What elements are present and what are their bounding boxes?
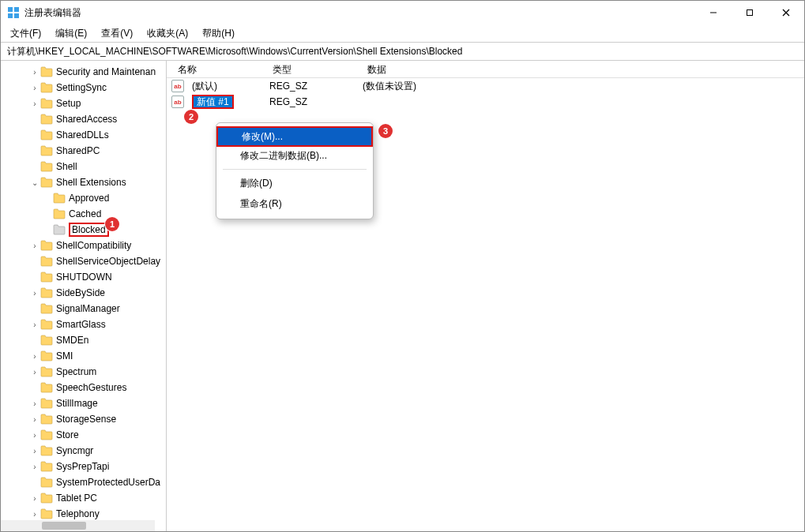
chevron-right-icon: · <box>29 384 40 392</box>
menu-view[interactable]: 查看(V) <box>96 25 137 42</box>
chevron-right-icon: · <box>29 131 40 140</box>
context-menu-delete[interactable]: 删除(D) <box>216 173 373 193</box>
value-row-newvalue[interactable]: ab 新值 #1 REG_SZ <box>167 94 804 110</box>
chevron-right-icon: · <box>29 273 40 282</box>
window-title: 注册表编辑器 <box>24 6 695 20</box>
chevron-right-icon[interactable]: › <box>29 463 40 471</box>
tree-item-sharedpc[interactable]: ·SharedPC <box>1 143 166 159</box>
chevron-down-icon[interactable]: ⌄ <box>29 178 40 187</box>
value-name: (默认) <box>189 80 261 93</box>
close-button[interactable] <box>768 1 804 24</box>
svg-rect-0 <box>8 7 13 12</box>
list-header: 名称 类型 数据 <box>167 61 804 78</box>
chevron-right-icon[interactable]: › <box>29 84 40 92</box>
annotation-marker-1: 1 <box>105 217 119 231</box>
menu-edit[interactable]: 编辑(E) <box>51 25 92 42</box>
chevron-right-icon[interactable]: › <box>29 494 40 503</box>
tree-item-label: Cached <box>69 208 101 219</box>
registry-tree[interactable]: ›Security and Maintenan›SettingSync›Setu… <box>1 61 166 522</box>
tree-item-blocked[interactable]: ·Blocked <box>1 222 166 238</box>
tree-item-signalmanager[interactable]: ·SignalManager <box>1 301 166 317</box>
tree-item-sharedaccess[interactable]: ·SharedAccess <box>1 111 166 127</box>
annotation-marker-2: 2 <box>184 110 198 124</box>
tree-item-store[interactable]: ›Store <box>1 427 166 443</box>
menu-file[interactable]: 文件(F) <box>6 25 46 42</box>
tree-item-syspreptapi[interactable]: ›SysPrepTapi <box>1 459 166 474</box>
tree-item-label: SettingSync <box>56 82 107 93</box>
minimize-button[interactable] <box>695 1 732 24</box>
chevron-right-icon[interactable]: › <box>29 415 40 424</box>
folder-icon <box>40 98 53 109</box>
tree-item-shell-extensions[interactable]: ⌄Shell Extensions <box>1 174 166 190</box>
tree-item-label: StorageSense <box>56 414 116 425</box>
chevron-right-icon[interactable]: › <box>29 447 40 455</box>
tree-item-syncmgr[interactable]: ›Syncmgr <box>1 443 166 459</box>
tree-item-label: Shell Extensions <box>56 177 126 188</box>
tree-item-label: SharedDLLs <box>56 129 109 140</box>
tree-item-stillimage[interactable]: ›StillImage <box>1 395 166 411</box>
chevron-right-icon[interactable]: › <box>29 320 40 329</box>
chevron-right-icon[interactable]: › <box>29 399 40 408</box>
chevron-right-icon: · <box>29 478 40 487</box>
column-name[interactable]: 名称 <box>167 61 261 77</box>
context-menu-rename[interactable]: 重命名(R) <box>216 193 373 214</box>
chevron-right-icon[interactable]: › <box>29 68 40 77</box>
tree-item-storagesense[interactable]: ›StorageSense <box>1 411 166 427</box>
tree-item-setup[interactable]: ›Setup <box>1 96 166 111</box>
column-type[interactable]: 类型 <box>261 61 356 77</box>
tree-item-tablet-pc[interactable]: ›Tablet PC <box>1 490 166 506</box>
folder-icon <box>53 208 66 219</box>
tree-item-shellcompatibility[interactable]: ›ShellCompatibility <box>1 238 166 253</box>
folder-icon <box>40 272 53 283</box>
tree-item-label: ShellCompatibility <box>56 240 131 251</box>
context-menu-modify[interactable]: 修改(M)... <box>216 126 373 147</box>
tree-item-approved[interactable]: ·Approved <box>1 190 166 206</box>
list-body: ab (默认) REG_SZ (数值未设置) ab 新值 #1 REG_SZ 修… <box>167 78 804 110</box>
tree-item-systemprotecteduserda[interactable]: ·SystemProtectedUserDa <box>1 474 166 490</box>
address-bar[interactable]: 计算机\HKEY_LOCAL_MACHINE\SOFTWARE\Microsof… <box>1 42 804 61</box>
tree-item-label: Tablet PC <box>56 493 97 504</box>
tree-item-smi[interactable]: ›SMI <box>1 348 166 364</box>
context-menu: 修改(M)... 修改二进制数据(B)... 删除(D) 重命名(R) <box>216 122 374 219</box>
tree-item-smden[interactable]: ·SMDEn <box>1 332 166 348</box>
tree-item-telephony[interactable]: ›Telephony <box>1 506 166 522</box>
tree-item-shellserviceobjectdelay[interactable]: ·ShellServiceObjectDelay <box>1 253 166 269</box>
chevron-right-icon[interactable]: › <box>29 99 40 108</box>
tree-item-label: SystemProtectedUserDa <box>56 477 160 488</box>
folder-icon <box>40 335 53 346</box>
menu-help[interactable]: 帮助(H) <box>197 25 239 42</box>
chevron-right-icon[interactable]: › <box>29 510 40 519</box>
chevron-right-icon: · <box>42 226 53 234</box>
tree-item-shutdown[interactable]: ·SHUTDOWN <box>1 269 166 285</box>
tree-item-security-and-maintenan[interactable]: ›Security and Maintenan <box>1 64 166 80</box>
tree-item-shareddlls[interactable]: ·SharedDLLs <box>1 127 166 143</box>
tree-item-shell[interactable]: ·Shell <box>1 159 166 174</box>
column-data[interactable]: 数据 <box>356 61 804 77</box>
tree-item-label: StillImage <box>56 398 98 409</box>
chevron-right-icon[interactable]: › <box>29 289 40 298</box>
value-row-default[interactable]: ab (默认) REG_SZ (数值未设置) <box>167 78 804 94</box>
context-menu-modify-binary[interactable]: 修改二进制数据(B)... <box>216 145 373 166</box>
folder-icon <box>40 350 53 362</box>
maximize-button[interactable] <box>732 1 768 24</box>
chevron-right-icon[interactable]: › <box>29 431 40 440</box>
tree-item-sidebyside[interactable]: ›SideBySide <box>1 285 166 301</box>
tree-item-cached[interactable]: ·Cached <box>1 206 166 222</box>
tree-item-smartglass[interactable]: ›SmartGlass <box>1 317 166 332</box>
folder-icon <box>40 129 53 140</box>
chevron-right-icon[interactable]: › <box>29 368 40 377</box>
chevron-right-icon: · <box>42 210 53 219</box>
menu-favorites[interactable]: 收藏夹(A) <box>142 25 193 42</box>
tree-horizontal-scrollbar[interactable] <box>1 520 155 531</box>
scrollbar-thumb[interactable] <box>42 522 86 530</box>
annotation-marker-3: 3 <box>378 124 393 138</box>
chevron-right-icon[interactable]: › <box>29 242 40 250</box>
chevron-right-icon[interactable]: › <box>29 352 40 361</box>
tree-item-settingsync[interactable]: ›SettingSync <box>1 80 166 96</box>
app-icon <box>7 6 20 19</box>
chevron-right-icon: · <box>29 336 40 345</box>
tree-item-label: ShellServiceObjectDelay <box>56 256 160 267</box>
tree-item-label: SpeechGestures <box>56 382 126 393</box>
tree-item-speechgestures[interactable]: ·SpeechGestures <box>1 380 166 395</box>
tree-item-spectrum[interactable]: ›Spectrum <box>1 364 166 380</box>
